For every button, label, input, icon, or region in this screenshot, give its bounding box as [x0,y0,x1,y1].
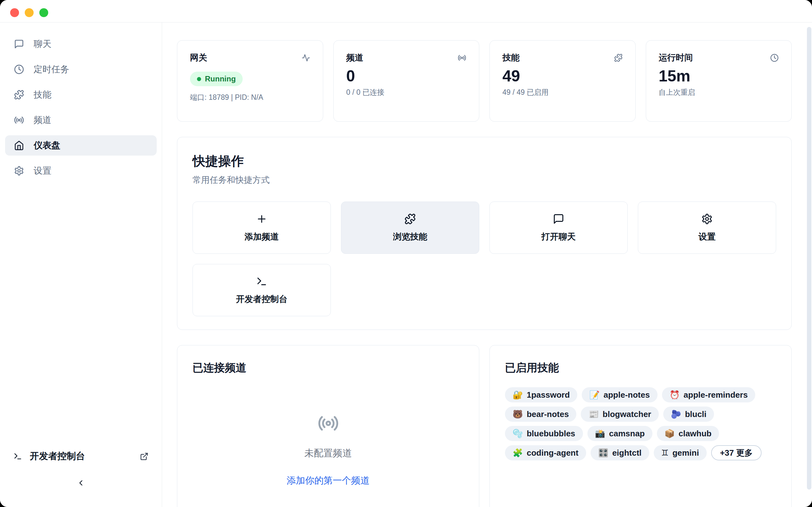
sidebar-collapse-button[interactable] [13,476,148,489]
skill-name: eightctl [612,448,641,458]
sidebar-item-label: 频道 [34,114,51,126]
skill-chip: 🎛️ eightctl [591,445,649,460]
skill-name: bluebubbles [526,429,575,439]
quick-action-label: 添加频道 [245,231,279,242]
gateway-card-subtitle: 端口: 18789 | PID: N/A [190,93,310,102]
sidebar-item-label: 定时任务 [34,63,69,75]
status-label: Running [205,74,236,83]
gateway-card: 网关 Running 端口: 18789 | PID: N/A [177,40,323,122]
sidebar-item[interactable]: 聊天 [5,34,157,54]
channels-card: 频道 0 0 / 0 已连接 [334,40,479,122]
titlebar[interactable] [0,0,812,22]
sidebar-item-icon [14,90,24,100]
developer-console-row[interactable]: 开发者控制台 [13,447,148,465]
quick-action-button[interactable]: 设置 [638,202,776,254]
bottom-panels-row: 已连接频道 未配置频道 添加你的第一个频道 已启用技能 🔐 1password … [177,345,792,507]
quick-action-icon [553,213,564,225]
terminal-icon [13,452,22,461]
quick-action-icon [404,213,416,225]
skill-emoji-icon: ⏰ [670,391,680,399]
app-window: 聊天 定时任务 技能 频道 仪表盘 设置 开发者控制台 [0,0,812,507]
skill-emoji-icon: 🐻 [513,410,523,418]
skill-chip: ♊ gemini [654,445,707,460]
channels-count: 0 [346,67,467,86]
skill-name: bear-notes [526,409,569,419]
skill-emoji-icon: 🧩 [513,449,523,457]
sidebar-item[interactable]: 仪表盘 [5,135,157,156]
sidebar-item-icon [14,39,24,49]
sidebar-item-icon [14,64,24,74]
clock-icon [770,54,779,62]
skill-chip: 🔐 1password [505,387,577,402]
channels-empty-text: 未配置频道 [305,447,352,460]
uptime-value: 15m [659,67,779,86]
more-skills-button[interactable]: +37 更多 [711,445,762,460]
skill-name: camsnap [609,429,645,439]
channels-card-title: 频道 [346,52,363,63]
channels-card-subtitle: 0 / 0 已连接 [346,88,467,97]
skill-emoji-icon: ♊ [661,449,669,457]
gateway-card-title: 网关 [190,52,207,63]
quick-action-button[interactable]: 打开聊天 [490,202,628,254]
developer-console-label: 开发者控制台 [30,450,140,463]
scrollbar-thumb[interactable] [807,27,811,490]
quick-action-icon [256,213,267,225]
external-link-icon[interactable] [140,452,148,461]
sidebar-item[interactable]: 设置 [5,161,157,181]
skill-chip: 📸 camsnap [588,426,653,441]
radio-icon [317,412,339,434]
channels-empty-state: 未配置频道 添加你的第一个频道 [193,375,464,487]
sidebar-item-label: 仪表盘 [34,139,60,152]
sidebar-item-icon [14,166,24,176]
quick-action-button[interactable]: 添加频道 [193,202,331,254]
skills-chip-list: 🔐 1password 📝 apple-notes ⏰ apple-remind… [505,387,776,460]
traffic-lights [10,8,48,17]
add-first-channel-link[interactable]: 添加你的第一个频道 [287,474,369,487]
skill-emoji-icon: 🫐 [671,410,681,418]
sidebar-item-label: 技能 [34,89,51,101]
quick-action-label: 打开聊天 [542,231,576,242]
skill-chip: 🐻 bear-notes [505,406,576,422]
sidebar-item-label: 设置 [34,165,51,177]
skill-name: apple-reminders [683,390,748,400]
skill-name: gemini [672,448,699,458]
sidebar-item[interactable]: 技能 [5,84,157,105]
quick-action-label: 浏览技能 [393,231,427,242]
main-content: 网关 Running 端口: 18789 | PID: N/A 频道 0 0 /… [162,22,812,507]
connected-channels-title: 已连接频道 [193,360,464,375]
quick-action-button[interactable]: 浏览技能 [341,202,479,254]
quick-actions-title: 快捷操作 [193,153,776,170]
status-badge: Running [190,72,243,86]
skill-name: blucli [685,409,706,419]
skills-card-subtitle: 49 / 49 已启用 [502,88,623,97]
quick-action-button[interactable]: 开发者控制台 [193,264,331,316]
skill-chip: 📝 apple-notes [582,387,657,402]
skills-card-title: 技能 [502,52,519,63]
sidebar-footer: 开发者控制台 [5,447,157,496]
quick-action-label: 开发者控制台 [236,293,287,305]
quick-actions-panel: 快捷操作 常用任务和快捷方式 添加频道 浏览技能 打开聊天 设置 [177,137,792,330]
sidebar-item-label: 聊天 [34,38,51,50]
sidebar-item[interactable]: 定时任务 [5,59,157,79]
minimize-button[interactable] [25,8,34,17]
skill-emoji-icon: 📸 [595,429,605,438]
skill-name: clawhub [678,429,711,439]
enabled-skills-title: 已启用技能 [505,360,776,375]
status-dot [197,77,201,81]
uptime-card-title: 运行时间 [659,52,693,63]
chevron-left-icon [77,478,85,487]
radio-icon [458,54,466,62]
skill-name: 1password [526,390,570,400]
puzzle-icon [614,54,623,62]
skill-emoji-icon: 📦 [664,429,675,438]
enabled-skills-panel: 已启用技能 🔐 1password 📝 apple-notes ⏰ apple-… [490,345,792,507]
activity-icon [302,54,310,62]
uptime-card: 运行时间 15m 自上次重启 [646,40,792,122]
uptime-card-subtitle: 自上次重启 [659,88,779,97]
close-button[interactable] [10,8,19,17]
zoom-button[interactable] [39,8,48,17]
sidebar-item[interactable]: 频道 [5,110,157,130]
skills-card: 技能 49 49 / 49 已启用 [490,40,636,122]
skill-chip: 🫧 bluebubbles [505,426,583,441]
sidebar-item-icon [14,115,24,125]
